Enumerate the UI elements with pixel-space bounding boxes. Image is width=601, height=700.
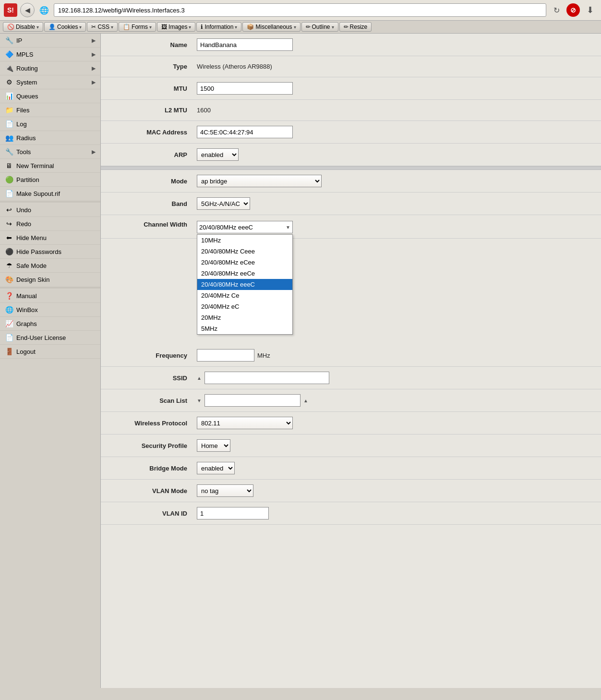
forms-icon: 📋 xyxy=(123,24,130,30)
winbox-icon: 🌐 xyxy=(5,305,13,314)
sidebar-item-hide-menu[interactable]: ⬅ Hide Menu xyxy=(0,231,100,245)
sidebar-item-mpls[interactable]: 🔷 MPLS ▶ xyxy=(0,48,100,61)
scan-list-input[interactable] xyxy=(204,394,300,407)
forms-arrow: ▾ xyxy=(149,24,152,30)
refresh-button[interactable]: ↻ xyxy=(549,3,564,17)
mode-select[interactable]: ap bridge bridge station station bridge xyxy=(197,175,322,187)
ip-arrow: ▶ xyxy=(92,37,96,44)
type-value: Wireless (Atheros AR9888) xyxy=(197,63,591,70)
dropdown-item-ec[interactable]: 20/40MHz eC xyxy=(197,301,292,312)
channel-width-select[interactable]: 20/40/80MHz eeeC ▼ xyxy=(197,221,293,233)
sidebar-item-manual[interactable]: ❓ Manual xyxy=(0,289,100,303)
content-area: Name Type Wireless (Atheros AR9888) MTU xyxy=(101,34,601,688)
channel-width-row: Channel Width 20/40/80MHz eeeC ▼ 10MHz 2… xyxy=(101,215,601,239)
images-arrow: ▾ xyxy=(189,24,191,30)
vlan-mode-select[interactable]: no tag use tag use service tag xyxy=(197,484,253,497)
toolbar-information[interactable]: ℹ Information ▾ xyxy=(196,22,241,32)
toolbar-css[interactable]: ✂ CSS ▾ xyxy=(87,22,118,32)
channel-width-label: Channel Width xyxy=(110,221,197,228)
ssid-value: ▲ xyxy=(197,372,591,384)
arp-select[interactable]: enabled disabled proxy-arp reply-only xyxy=(197,148,239,161)
css-arrow: ▾ xyxy=(111,24,113,30)
tools-icon: 🔧 xyxy=(5,147,13,156)
vlan-id-row: VLAN ID xyxy=(101,502,601,525)
dropdown-item-10mhz[interactable]: 10MHz xyxy=(197,235,292,246)
mac-input[interactable] xyxy=(197,126,293,138)
mpls-icon: 🔷 xyxy=(5,50,13,59)
toolbar-images[interactable]: 🖼 Images ▾ xyxy=(157,22,195,32)
mode-row: Mode ap bridge bridge station station br… xyxy=(101,170,601,193)
vlan-id-input[interactable] xyxy=(197,507,269,519)
sidebar-item-log[interactable]: 📄 Log xyxy=(0,117,100,131)
security-profile-select[interactable]: Home default xyxy=(197,439,230,452)
sidebar-item-graphs[interactable]: 📈 Graphs xyxy=(0,317,100,331)
dropdown-item-ce[interactable]: 20/40MHz Ce xyxy=(197,290,292,301)
sidebar-item-hide-passwords[interactable]: ⚫ Hide Passwords xyxy=(0,245,100,259)
sidebar-item-design-skin[interactable]: 🎨 Design Skin xyxy=(0,273,100,287)
toolbar-resize[interactable]: ✏ Resize xyxy=(339,22,372,32)
system-arrow: ▶ xyxy=(92,79,96,85)
sidebar-item-new-terminal[interactable]: 🖥 New Terminal xyxy=(0,159,100,173)
sidebar-item-partition[interactable]: 🟢 Partition xyxy=(0,173,100,187)
dropdown-item-eece[interactable]: 20/40/80MHz eeCe xyxy=(197,268,292,279)
dropdown-item-5mhz[interactable]: 5MHz xyxy=(197,323,292,334)
logout-icon: 🚪 xyxy=(5,347,13,356)
toolbar-outline[interactable]: ✏ Outline ▾ xyxy=(301,22,338,32)
band-label: Band xyxy=(110,200,197,207)
bridge-mode-select[interactable]: enabled disabled xyxy=(197,462,235,474)
mtu-input[interactable] xyxy=(197,82,293,95)
sidebar-item-files[interactable]: 📁 Files xyxy=(0,103,100,117)
toolbar-forms[interactable]: 📋 Forms ▾ xyxy=(119,22,156,32)
name-row: Name xyxy=(101,34,601,56)
band-select[interactable]: 5GHz-A/N/AC 2GHz-B 2GHz-B/G 2GHz-B/G/N 5… xyxy=(197,197,250,210)
sidebar: 🔧 IP ▶ 🔷 MPLS ▶ 🔌 Routing ▶ ⚙ System ▶ 📊… xyxy=(0,34,101,688)
sidebar-item-queues[interactable]: 📊 Queues xyxy=(0,89,100,103)
toolbar: 🚫 Disable ▾ 👤 Cookies ▾ ✂ CSS ▾ 📋 Forms … xyxy=(0,21,601,34)
noscript-icon: ⊘ xyxy=(566,3,580,17)
type-row: Type Wireless (Atheros AR9888) xyxy=(101,56,601,77)
sidebar-item-ip[interactable]: 🔧 IP ▶ xyxy=(0,34,100,48)
redo-icon: ↪ xyxy=(5,219,13,228)
sidebar-item-radius[interactable]: 👥 Radius xyxy=(0,131,100,145)
channel-width-dropdown-list: 10MHz 20/40/80MHz Ceee 20/40/80MHz eCee … xyxy=(197,234,293,335)
toolbar-cookies[interactable]: 👤 Cookies ▾ xyxy=(44,22,86,32)
main-layout: 🔧 IP ▶ 🔷 MPLS ▶ 🔌 Routing ▶ ⚙ System ▶ 📊… xyxy=(0,34,601,688)
sidebar-item-redo[interactable]: ↪ Redo xyxy=(0,217,100,231)
toolbar-disable[interactable]: 🚫 Disable ▾ xyxy=(3,22,43,32)
name-input[interactable] xyxy=(197,38,293,51)
queues-icon: 📊 xyxy=(5,92,13,100)
dropdown-item-20mhz[interactable]: 20MHz xyxy=(197,312,292,323)
dropdown-item-ecee[interactable]: 20/40/80MHz eCee xyxy=(197,257,292,268)
ssid-input[interactable] xyxy=(204,372,329,384)
miscellaneous-icon: 📦 xyxy=(247,24,254,30)
design-skin-icon: 🎨 xyxy=(5,275,13,284)
back-button[interactable]: ◀ xyxy=(20,3,35,17)
sidebar-item-undo[interactable]: ↩ Undo xyxy=(0,203,100,217)
sidebar-item-tools[interactable]: 🔧 Tools ▶ xyxy=(0,145,100,159)
sidebar-item-logout[interactable]: 🚪 Logout xyxy=(0,345,100,359)
tools-arrow: ▶ xyxy=(92,149,96,155)
dropdown-item-eeec[interactable]: 20/40/80MHz eeeC xyxy=(197,279,292,290)
files-icon: 📁 xyxy=(5,106,13,114)
bridge-mode-value: enabled disabled xyxy=(197,462,591,474)
css-icon: ✂ xyxy=(91,24,96,30)
sidebar-item-make-supout[interactable]: 📄 Make Supout.rif xyxy=(0,187,100,201)
wireless-protocol-select[interactable]: 802.11 nstreme tdma xyxy=(197,417,293,429)
frequency-input[interactable] xyxy=(197,349,254,362)
browser-logo: S! xyxy=(4,3,17,17)
arp-value: enabled disabled proxy-arp reply-only xyxy=(197,148,591,161)
sidebar-item-routing[interactable]: 🔌 Routing ▶ xyxy=(0,61,100,75)
download-button[interactable]: ⬇ xyxy=(583,3,597,17)
mac-value xyxy=(197,126,591,138)
ssid-row: SSID ▲ xyxy=(101,367,601,389)
l2mtu-row: L2 MTU 1600 xyxy=(101,100,601,121)
sidebar-item-system[interactable]: ⚙ System ▶ xyxy=(0,75,100,89)
sidebar-item-end-user-license[interactable]: 📄 End-User License xyxy=(0,331,100,345)
sidebar-item-winbox[interactable]: 🌐 WinBox xyxy=(0,303,100,317)
dropdown-item-ceee[interactable]: 20/40/80MHz Ceee xyxy=(197,246,292,257)
scan-list-down-icon: ▼ xyxy=(197,398,202,403)
wireless-protocol-label: Wireless Protocol xyxy=(110,420,197,427)
url-bar[interactable] xyxy=(54,3,546,17)
sidebar-item-safe-mode[interactable]: ☂ Safe Mode xyxy=(0,259,100,273)
toolbar-miscellaneous[interactable]: 📦 Miscellaneous ▾ xyxy=(242,22,300,32)
